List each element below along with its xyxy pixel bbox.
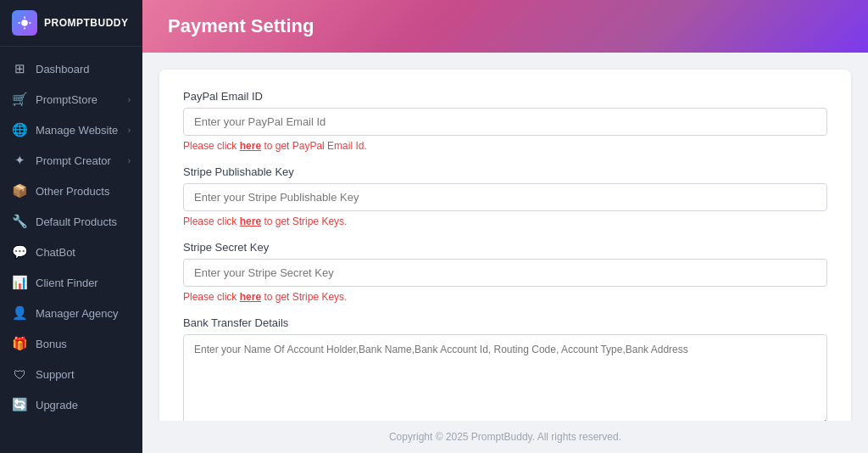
sidebar-navigation: ⊞ Dashboard 🛒 PromptStore › 🌐 Manage Web…: [0, 47, 142, 453]
dashboard-icon: ⊞: [12, 61, 27, 76]
bonus-icon: 🎁: [12, 336, 27, 351]
logo-icon: [12, 10, 37, 36]
chat-icon: 💬: [12, 244, 27, 260]
main-body: PayPal Email ID Please click here to get…: [142, 53, 868, 421]
stripe-pub-input[interactable]: [183, 183, 827, 211]
stripe-secret-input[interactable]: [183, 259, 827, 287]
sidebar-logo: PROMPTBUDDY: [0, 0, 142, 47]
sidebar-item-dashboard[interactable]: ⊞ Dashboard: [0, 53, 142, 84]
page-title: Payment Setting: [168, 15, 843, 37]
sidebar-item-manage-website[interactable]: 🌐 Manage Website ›: [0, 115, 142, 145]
footer-text: Copyright © 2025 PromptBuddy. All rights…: [389, 431, 621, 443]
stripe-pub-hint-link[interactable]: here: [240, 215, 261, 227]
stripe-pub-group: Stripe Publishable Key Please click here…: [183, 165, 827, 227]
paypal-email-group: PayPal Email ID Please click here to get…: [183, 90, 827, 152]
sidebar-item-chatbot[interactable]: 💬 ChatBot: [0, 237, 142, 267]
agency-icon: 👤: [12, 305, 27, 321]
paypal-hint-link[interactable]: here: [240, 140, 261, 152]
sidebar-item-label: Bonus: [36, 338, 67, 350]
promptstore-icon: 🛒: [12, 92, 27, 107]
sidebar-item-other-products[interactable]: 📦 Other Products: [0, 176, 142, 206]
sidebar-item-label: Client Finder: [36, 277, 98, 289]
stripe-pub-label: Stripe Publishable Key: [183, 165, 827, 178]
sidebar-item-bonus[interactable]: 🎁 Bonus: [0, 328, 142, 359]
paypal-email-label: PayPal Email ID: [183, 90, 827, 103]
sidebar-item-label: ChatBot: [36, 246, 75, 259]
sidebar-item-label: Support: [36, 368, 75, 381]
sidebar-item-default-products[interactable]: 🔧 Default Products: [0, 206, 142, 237]
support-icon: 🛡: [12, 366, 27, 382]
page-header: Payment Setting: [142, 0, 868, 53]
stripe-secret-group: Stripe Secret Key Please click here to g…: [183, 241, 827, 303]
paypal-hint: Please click here to get PayPal Email Id…: [183, 140, 827, 152]
stripe-secret-hint: Please click here to get Stripe Keys.: [183, 291, 827, 303]
sidebar-item-label: Default Products: [36, 215, 117, 228]
chevron-right-icon: ›: [128, 126, 131, 135]
sidebar-item-label: Dashboard: [36, 63, 90, 76]
svg-point-0: [21, 20, 28, 26]
stripe-pub-hint: Please click here to get Stripe Keys.: [183, 215, 827, 227]
logo-text: PROMPTBUDDY: [44, 17, 129, 29]
sidebar-item-label: Upgrade: [36, 399, 78, 411]
bank-transfer-label: Bank Transfer Details: [183, 316, 827, 329]
box-icon: 📦: [12, 183, 27, 199]
sidebar-item-manager-agency[interactable]: 👤 Manager Agency: [0, 298, 142, 328]
finder-icon: 📊: [12, 275, 27, 290]
bank-transfer-group: Bank Transfer Details: [183, 316, 827, 421]
main-content: Payment Setting PayPal Email ID Please c…: [142, 0, 868, 453]
payment-settings-card: PayPal Email ID Please click here to get…: [159, 70, 851, 421]
sidebar-item-client-finder[interactable]: 📊 Client Finder: [0, 267, 142, 298]
sidebar-item-label: Manage Website: [36, 124, 118, 137]
footer: Copyright © 2025 PromptBuddy. All rights…: [142, 421, 868, 453]
sidebar-item-label: Manager Agency: [36, 307, 119, 320]
sidebar-item-support[interactable]: 🛡 Support: [0, 359, 142, 389]
upgrade-icon: 🔄: [12, 397, 27, 412]
sidebar-item-label: Other Products: [36, 185, 109, 198]
paypal-email-input[interactable]: [183, 108, 827, 136]
sidebar-item-promptstore[interactable]: 🛒 PromptStore ›: [0, 84, 142, 115]
products-icon: 🔧: [12, 214, 27, 229]
sidebar-item-label: Prompt Creator: [36, 154, 111, 167]
stripe-secret-label: Stripe Secret Key: [183, 241, 827, 254]
chevron-right-icon: ›: [128, 156, 131, 165]
globe-icon: 🌐: [12, 122, 27, 137]
stripe-secret-hint-link[interactable]: here: [240, 291, 261, 303]
bank-transfer-textarea[interactable]: [183, 334, 827, 421]
chevron-right-icon: ›: [128, 95, 131, 104]
creator-icon: ✦: [12, 153, 27, 168]
sidebar-item-prompt-creator[interactable]: ✦ Prompt Creator ›: [0, 145, 142, 176]
sidebar-item-upgrade[interactable]: 🔄 Upgrade: [0, 389, 142, 420]
sidebar-item-label: PromptStore: [36, 93, 97, 106]
sidebar: PROMPTBUDDY ⊞ Dashboard 🛒 PromptStore › …: [0, 0, 142, 453]
